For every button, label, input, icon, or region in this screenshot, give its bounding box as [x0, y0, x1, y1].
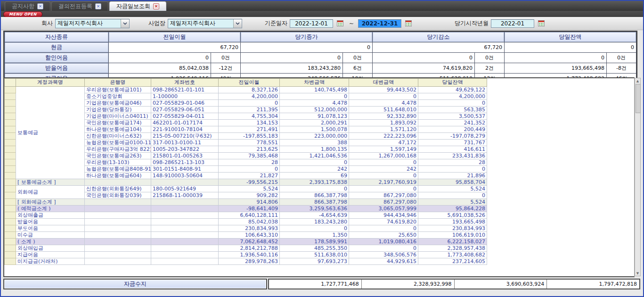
- amount-cell[interactable]: 74,619,820: [349, 219, 418, 225]
- account-title-cell[interactable]: 외상매출금: [16, 212, 85, 219]
- amount-cell[interactable]: 5,691,038,526: [418, 212, 487, 219]
- bank-name-cell[interactable]: 기업은행(마이너스04011): [85, 113, 151, 120]
- scroll-down-icon[interactable]: ▼: [636, 271, 639, 276]
- bank-name-cell[interactable]: [85, 245, 151, 252]
- account-number-cell[interactable]: [151, 212, 219, 219]
- bank-name-cell[interactable]: [85, 199, 151, 206]
- bank-name-cell[interactable]: [85, 219, 151, 225]
- tab-notice[interactable]: 공지사항 ×: [5, 1, 50, 11]
- amount-cell[interactable]: 1,893,092: [349, 120, 418, 126]
- amount-cell[interactable]: 69: [280, 173, 349, 179]
- company-select[interactable]: 제일저지주식회사: [55, 19, 130, 28]
- row-indicator-cell[interactable]: [5, 186, 16, 192]
- row-indicator-cell[interactable]: [5, 126, 16, 133]
- account-number-cell[interactable]: [151, 206, 219, 212]
- amount-cell[interactable]: 4,200,000: [219, 93, 280, 100]
- asset-type-cell[interactable]: 현금: [5, 42, 108, 52]
- bank-name-cell[interactable]: [85, 212, 151, 219]
- account-title-cell[interactable]: 외화예금: [16, 186, 85, 199]
- account-number-cell[interactable]: 317-0013-0100-11: [151, 140, 219, 146]
- account-number-cell[interactable]: 098-286521-13-103: [151, 159, 219, 166]
- amount-cell[interactable]: 3,500,537: [418, 113, 487, 120]
- amount-cell[interactable]: 5,524: [418, 186, 487, 192]
- account-title-cell[interactable]: ( 예적금소계 ): [16, 206, 85, 212]
- account-title-cell[interactable]: 부도어음: [16, 225, 85, 232]
- amount-cell[interactable]: 25,650: [349, 232, 418, 239]
- account-number-cell[interactable]: 215-05-007210(구632): [151, 133, 219, 140]
- account-number-cell[interactable]: [151, 258, 219, 265]
- amount-cell[interactable]: 21,827: [219, 173, 280, 179]
- bank-name-cell[interactable]: [85, 252, 151, 258]
- amount-cell[interactable]: 512,000,000: [280, 107, 349, 113]
- row-indicator-cell[interactable]: [5, 159, 16, 166]
- bank-name-cell[interactable]: 국민은행(외화통장039): [85, 192, 151, 199]
- amount-cell[interactable]: 1,800,135: [280, 146, 349, 153]
- row-indicator-cell[interactable]: [5, 113, 16, 120]
- bank-name-cell[interactable]: 농협은행(보통예금0100-11): [85, 140, 151, 146]
- amount-cell[interactable]: 28: [418, 159, 487, 166]
- amount-cell[interactable]: 0: [280, 225, 349, 232]
- account-number-cell[interactable]: 027-055829-06-051: [151, 107, 219, 113]
- amount-cell[interactable]: 1,571,120: [349, 126, 418, 133]
- amount-cell[interactable]: 4,755,304: [219, 113, 280, 120]
- amount-cell[interactable]: 0: [349, 186, 418, 192]
- amount-cell[interactable]: 3,065,057,999: [349, 206, 418, 212]
- amount-cell[interactable]: 0: [280, 159, 349, 166]
- bank-name-cell[interactable]: 신한은행(마이너스632): [85, 133, 151, 140]
- row-indicator-cell[interactable]: [5, 173, 16, 179]
- amount-cell[interactable]: 731,767: [418, 140, 487, 146]
- amount-cell[interactable]: -4,654,639: [280, 212, 349, 219]
- bank-name-cell[interactable]: 우리은행(보통예금101): [85, 87, 151, 93]
- amount-cell[interactable]: 511,648,010: [349, 107, 418, 113]
- vertical-scrollbar[interactable]: ▲ ▼: [635, 78, 641, 276]
- amount-cell[interactable]: -197,078,279: [418, 133, 487, 140]
- row-indicator-cell[interactable]: [5, 166, 16, 173]
- row-indicator-cell[interactable]: [5, 192, 16, 199]
- amount-cell[interactable]: 49,629,122: [418, 87, 487, 93]
- amount-cell[interactable]: 0: [418, 100, 487, 107]
- amount-cell[interactable]: 44,929,615: [349, 258, 418, 265]
- row-indicator-cell[interactable]: [5, 87, 16, 93]
- bank-name-cell[interactable]: [85, 179, 151, 186]
- amount-cell[interactable]: 8,327,126: [219, 87, 280, 93]
- amount-cell[interactable]: 92,332,890: [349, 113, 418, 120]
- amount-cell[interactable]: 91,078,123: [280, 113, 349, 120]
- amount-cell[interactable]: 866,387,798: [280, 192, 349, 199]
- row-indicator-cell[interactable]: [5, 232, 16, 239]
- amount-cell[interactable]: 2,393,175,838: [280, 179, 349, 186]
- amount-cell[interactable]: 2,197,760,919: [349, 179, 418, 186]
- account-number-cell[interactable]: [151, 252, 219, 258]
- amount-cell[interactable]: 416,611: [418, 146, 487, 153]
- amount-cell[interactable]: 2,000,291: [280, 120, 349, 126]
- account-title-cell[interactable]: 미수금: [16, 232, 85, 239]
- amount-cell[interactable]: 0: [349, 93, 418, 100]
- amount-cell[interactable]: 3,259,563,636: [280, 206, 349, 212]
- bank-name-cell[interactable]: 국민은행(보통예금263): [85, 153, 151, 159]
- amount-cell[interactable]: 909,282: [219, 192, 280, 199]
- amount-cell[interactable]: 0: [280, 93, 349, 100]
- account-number-cell[interactable]: [151, 232, 219, 239]
- amount-cell[interactable]: 85,042,038: [219, 219, 280, 225]
- amount-cell[interactable]: 193,665,498: [418, 219, 487, 225]
- bank-name-cell[interactable]: 기업은행(보통예금046): [85, 100, 151, 107]
- row-indicator-cell[interactable]: [5, 252, 16, 258]
- bank-name-cell[interactable]: 기업은행(당좌통장): [85, 107, 151, 113]
- amount-cell[interactable]: 1,267,000,168: [349, 153, 418, 159]
- amount-cell[interactable]: 5,524: [418, 199, 487, 206]
- amount-cell[interactable]: 867,297,080: [349, 192, 418, 199]
- account-number-cell[interactable]: [151, 179, 219, 186]
- amount-cell[interactable]: 289,978,263: [219, 258, 280, 265]
- amount-cell[interactable]: 4,478: [349, 100, 418, 107]
- account-number-cell[interactable]: 462201-01-017174: [151, 120, 219, 126]
- bank-name-cell[interactable]: 우리은행(구매자금3억 822): [85, 146, 151, 153]
- account-number-cell[interactable]: 1-100000: [151, 93, 219, 100]
- account-number-cell[interactable]: 215801-01-005263: [151, 153, 219, 159]
- account-number-cell[interactable]: 027-055829-04-011: [151, 113, 219, 120]
- amount-cell[interactable]: 2,814,212,788: [219, 245, 280, 252]
- account-number-cell[interactable]: 1005-203-347822: [151, 146, 219, 153]
- amount-cell[interactable]: 95,858,704: [418, 179, 487, 186]
- bank-name-cell[interactable]: [85, 258, 151, 265]
- amount-cell[interactable]: 563,385: [418, 107, 487, 113]
- amount-cell[interactable]: 0: [349, 159, 418, 166]
- amount-cell[interactable]: 95,864,228: [418, 206, 487, 212]
